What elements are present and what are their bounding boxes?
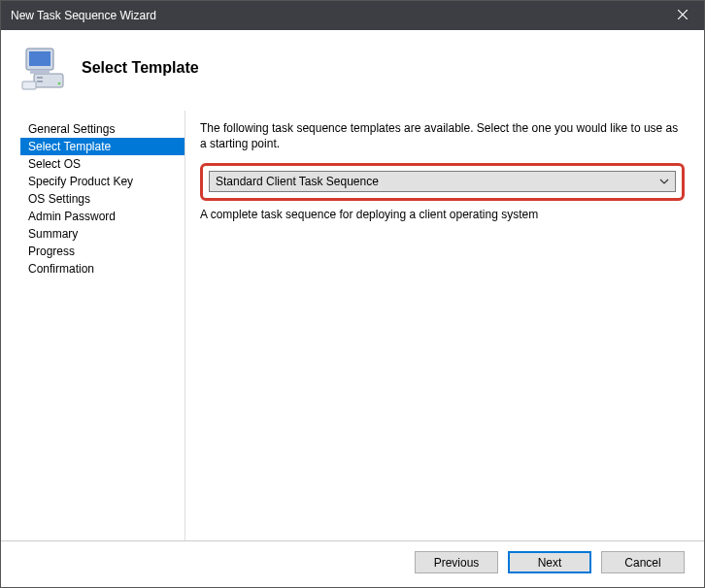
button-label: Cancel: [624, 556, 660, 570]
window-title: New Task Sequence Wizard: [11, 9, 156, 22]
sidebar-item-label: General Settings: [28, 122, 115, 136]
template-dropdown[interactable]: Standard Client Task Sequence: [209, 171, 676, 192]
sidebar-item-os-settings[interactable]: OS Settings: [20, 190, 185, 208]
wizard-header: Select Template: [1, 30, 704, 111]
highlight-annotation: Standard Client Task Sequence: [200, 163, 685, 201]
sidebar-item-label: OS Settings: [28, 192, 90, 206]
dropdown-selected-value: Standard Client Task Sequence: [216, 175, 379, 188]
svg-rect-5: [37, 77, 43, 79]
wizard-main: The following task sequence templates ar…: [185, 111, 685, 540]
sidebar-item-specify-product-key[interactable]: Specify Product Key: [20, 173, 185, 190]
chevron-down-icon: [659, 179, 669, 184]
cancel-button[interactable]: Cancel: [601, 551, 685, 573]
sidebar-item-label: Admin Password: [28, 210, 116, 223]
next-button[interactable]: Next: [508, 551, 591, 573]
instruction-text: The following task sequence templates ar…: [200, 120, 685, 151]
sidebar-item-label: Specify Product Key: [28, 175, 133, 188]
sidebar-item-select-os[interactable]: Select OS: [20, 155, 185, 173]
svg-rect-3: [29, 51, 50, 66]
sidebar-item-label: Progress: [28, 245, 75, 258]
computer-icon: [20, 45, 67, 91]
wizard-window: New Task Sequence Wizard Sele: [0, 0, 705, 588]
sidebar-item-admin-password[interactable]: Admin Password: [20, 208, 185, 225]
sidebar-item-progress[interactable]: Progress: [20, 243, 185, 260]
sidebar-item-label: Summary: [28, 227, 78, 241]
wizard-body: General Settings Select Template Select …: [1, 111, 704, 540]
button-label: Next: [538, 556, 562, 570]
sidebar-item-label: Confirmation: [28, 262, 94, 276]
button-label: Previous: [434, 556, 480, 570]
wizard-footer: Previous Next Cancel: [1, 540, 704, 587]
svg-rect-6: [37, 81, 43, 82]
sidebar-item-general-settings[interactable]: General Settings: [20, 120, 185, 138]
sidebar-item-label: Select OS: [28, 157, 81, 171]
sidebar-item-confirmation[interactable]: Confirmation: [20, 260, 185, 278]
svg-point-7: [58, 82, 61, 85]
sidebar-item-summary[interactable]: Summary: [20, 225, 185, 243]
wizard-steps-sidebar: General Settings Select Template Select …: [20, 111, 185, 540]
close-icon: [678, 9, 688, 22]
svg-rect-9: [22, 82, 36, 89]
page-title: Select Template: [82, 59, 199, 77]
sidebar-item-label: Select Template: [28, 140, 111, 153]
sidebar-item-select-template[interactable]: Select Template: [20, 138, 185, 155]
template-description: A complete task sequence for deploying a…: [200, 207, 685, 222]
close-button[interactable]: [660, 1, 704, 30]
previous-button[interactable]: Previous: [415, 551, 498, 573]
svg-rect-8: [30, 70, 50, 74]
titlebar: New Task Sequence Wizard: [1, 1, 704, 30]
